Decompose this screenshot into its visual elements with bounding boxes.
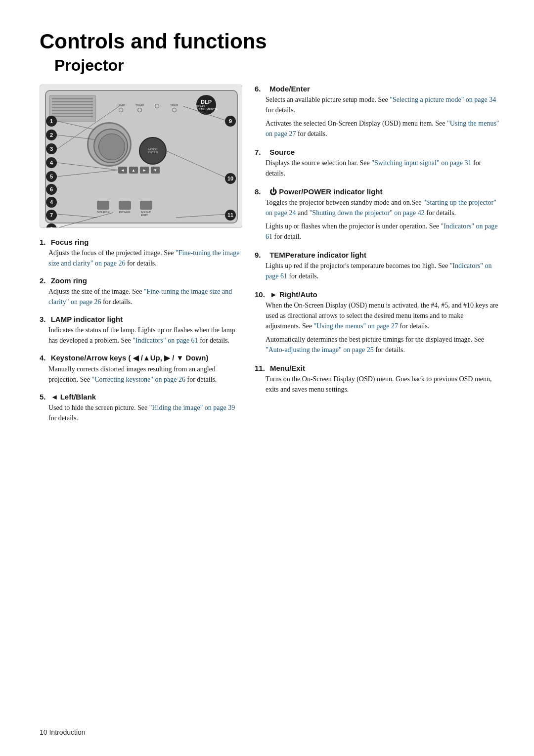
badge-6: 6 [46, 184, 57, 195]
badge-7: 7 [46, 210, 57, 221]
indicator-row: LAMP TEMP SPKR [117, 104, 178, 112]
item-6-link1[interactable]: "Selecting a picture mode" on page 34 [390, 96, 496, 103]
dlp-logo: DLP TEXAS INSTRUMENTS [196, 95, 216, 115]
bottom-buttons: SOURCE POWER MENU/EXIT [97, 201, 152, 217]
item-8-link1b[interactable]: "Shutting down the projector" on page 42 [310, 209, 425, 217]
item-8-body2: Lights up or flashes when the projector … [266, 221, 499, 242]
mode-enter-button: MODEENTER [139, 137, 167, 165]
item-5-header: 5. ◄ Left/Blank [40, 393, 242, 401]
item-7-link1[interactable]: "Switching input signal" on page 31 [371, 159, 471, 167]
item-6-header: 6. Mode/Enter [255, 85, 499, 93]
main-content: DLP TEXAS INSTRUMENTS LAMP TEMP SPKR [40, 85, 499, 431]
badge-8: 8 [46, 223, 57, 228]
item-5: 5. ◄ Left/Blank Used to hide the screen … [40, 393, 242, 423]
item-10-body1: When the On-Screen Display (OSD) menu is… [266, 300, 499, 331]
item-4-link[interactable]: "Correcting keystone" on page 26 [91, 376, 185, 383]
item-3-body: Indicates the status of the lamp. Lights… [48, 325, 242, 346]
badge-4b: 4 [46, 197, 57, 208]
item-10-link1[interactable]: "Using the menus" on page 27 [314, 322, 398, 330]
badge-1: 1 [46, 116, 57, 127]
badge-2: 2 [46, 130, 57, 140]
left-column: DLP TEXAS INSTRUMENTS LAMP TEMP SPKR [40, 85, 242, 431]
item-4-body: Manually corrects distorted images resul… [48, 364, 242, 385]
projector-diagram: DLP TEXAS INSTRUMENTS LAMP TEMP SPKR [40, 85, 242, 228]
item-3-header: 3. LAMP indicator light [40, 315, 242, 323]
page-title: Controls and functions [40, 30, 499, 53]
footer: 10 Introduction [40, 728, 86, 736]
item-7-body1: Displays the source selection bar. See "… [266, 158, 499, 178]
item-10-link2[interactable]: "Auto-adjusting the image" on page 25 [266, 346, 374, 354]
item-2: 2. Zoom ring Adjusts the size of the ima… [40, 276, 242, 307]
lens-outer [87, 122, 132, 167]
item-6-body1: Selects an available picture setup mode.… [266, 94, 499, 115]
item-7-header: 7. Source [255, 148, 499, 156]
item-1-body: Adjusts the focus of the projected image… [48, 248, 242, 268]
item-5-body: Used to hide the screen picture. See "Hi… [48, 402, 242, 423]
item-5-link[interactable]: "Hiding the image" on page 39 [149, 404, 235, 411]
right-column: 6. Mode/Enter Selects an available pictu… [255, 85, 499, 431]
item-11-body1: Turns on the On-Screen Display (OSD) men… [266, 374, 499, 395]
section-subtitle: Projector [54, 56, 499, 75]
item-1: 1. Focus ring Adjusts the focus of the p… [40, 238, 242, 268]
item-8-body1: Toggles the projector between standby mo… [266, 197, 499, 218]
item-8-header: 8. ⏻ Power/POWER indicator light [255, 187, 499, 196]
badge-4a: 4 [46, 157, 57, 168]
item-11-header: 11. Menu/Exit [255, 364, 499, 372]
badge-5: 5 [46, 171, 57, 182]
item-10-header: 10. ► Right/Auto [255, 290, 499, 299]
item-9: 9. TEMPerature indicator light Lights up… [255, 251, 499, 281]
item-6: 6. Mode/Enter Selects an available pictu… [255, 85, 499, 139]
badge-9: 9 [225, 116, 236, 127]
item-10-body2: Automatically determines the best pictur… [266, 334, 499, 355]
item-3-link[interactable]: "Indicators" on page 61 [133, 337, 198, 344]
item-4-header: 4. Keystone/Arrow keys ( ◀ /▲Up, ▶ / ▼ D… [40, 354, 242, 362]
item-1-header: 1. Focus ring [40, 238, 242, 246]
item-4: 4. Keystone/Arrow keys ( ◀ /▲Up, ▶ / ▼ D… [40, 354, 242, 385]
item-9-body1: Lights up red if the projector's tempera… [266, 261, 499, 281]
badge-10: 10 [225, 173, 236, 184]
item-6-body2: Activates the selected On-Screen Display… [266, 118, 499, 139]
item-9-header: 9. TEMPerature indicator light [255, 251, 499, 259]
item-3: 3. LAMP indicator light Indicates the st… [40, 315, 242, 346]
badge-3: 3 [46, 143, 57, 154]
arrow-keys: ◄ ▲ ► ▼ [118, 167, 160, 174]
item-7: 7. Source Displays the source selection … [255, 148, 499, 178]
item-2-header: 2. Zoom ring [40, 276, 242, 285]
item-8: 8. ⏻ Power/POWER indicator light Toggles… [255, 187, 499, 242]
item-10: 10. ► Right/Auto When the On-Screen Disp… [255, 290, 499, 355]
badge-11: 11 [225, 210, 236, 221]
item-11: 11. Menu/Exit Turns on the On-Screen Dis… [255, 364, 499, 395]
item-2-body: Adjusts the size of the image. See "Fine… [48, 286, 242, 307]
